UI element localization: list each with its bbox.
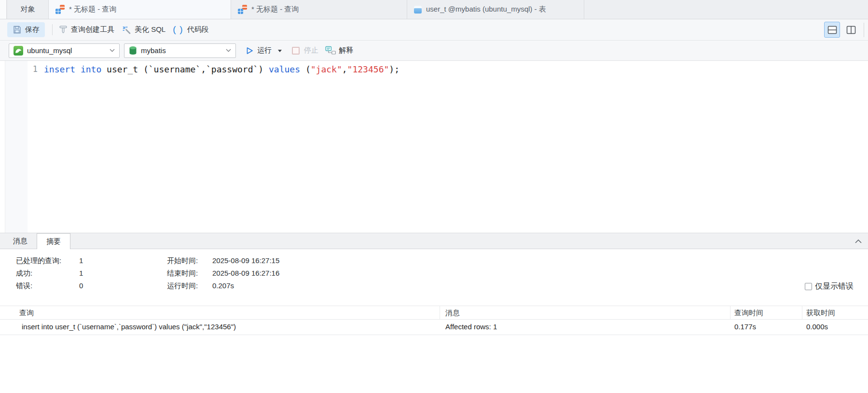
sql-text: ( [300,64,311,74]
show-errors-only-checkbox[interactable] [805,283,812,290]
table-tab-icon [414,6,422,14]
tab-user-t-table[interactable]: user_t @mybatis (ubuntu_mysql) - 表 [407,0,584,19]
navicat-query-window: 对象 * 无标题 - 查询 * 无标题 - 查询 user_t @mybatis… [0,0,868,393]
result-row-fetch-time[interactable]: 0.000s [806,323,864,331]
run-time-label: 运行时间: [167,280,212,292]
query-tab-icon [238,5,247,14]
sql-string: "jack" [311,64,342,74]
connection-select[interactable]: ubuntu_mysql [9,43,120,58]
column-header-query-time: 查询时间 [734,309,797,318]
query-icon-blue-part [238,9,243,14]
tab-summary[interactable]: 摘要 [37,233,70,249]
results-tabbar: 消息 摘要 [0,233,868,249]
tab-messages[interactable]: 消息 [4,233,37,249]
success-value: 1 [79,267,83,280]
sql-keyword: into [81,64,101,74]
code-snippet-button[interactable]: ( ) 代码段 [173,25,208,34]
explain-plan-icon [325,46,336,55]
sql-keyword: values [269,64,300,74]
line-number: 1 [0,64,38,74]
toolbar-edge-separator [864,23,864,37]
connection-toolbar: ubuntu_mysql mybatis 运行 停止 [0,41,868,61]
stop-button: 停止 [292,46,318,55]
document-tabbar: 对象 * 无标题 - 查询 * 无标题 - 查询 user_t @mybatis… [0,0,868,19]
tab-untitled-query-2-label: * 无标题 - 查询 [251,5,299,14]
grid-border [0,306,868,306]
chevron-down-icon [110,49,115,52]
floppy-disk-icon [13,25,22,34]
play-icon [245,46,254,55]
split-vertical-button[interactable] [843,22,859,38]
code-snippet-label: 代码段 [187,25,209,34]
chevron-down-icon [226,49,231,52]
grid-column-separator [730,306,730,319]
tab-untitled-query-1[interactable]: * 无标题 - 查询 [49,0,231,19]
stop-icon [292,47,300,55]
result-row-query[interactable]: insert into user_t (`username`,`password… [22,323,434,331]
explain-button[interactable]: 解释 [325,46,353,55]
tab-user-t-table-label: user_t @mybatis (ubuntu_mysql) - 表 [426,5,546,14]
result-row-message[interactable]: Affected rows: 1 [445,323,725,331]
tab-messages-label: 消息 [13,237,28,246]
parentheses-icon: ( ) [173,25,183,34]
queries-processed-label: 已处理的查询: [16,254,79,267]
stop-label: 停止 [304,46,318,55]
run-time-value: 0.207s [212,280,234,292]
chevron-up-icon [855,239,862,243]
success-label: 成功: [16,267,79,280]
collapse-panel-button[interactable] [854,237,863,246]
beautify-sql-button[interactable]: 美化 SQL [122,25,165,35]
show-errors-only-option: 仅显示错误 [805,281,854,292]
query-builder-label: 查询创建工具 [71,25,114,34]
magic-wand-icon [122,25,131,35]
tab-objects[interactable]: 对象 [7,0,49,19]
sql-editor[interactable]: 1 insert into user_t (`username`,`passwo… [0,61,868,233]
sql-code-line[interactable]: insert into user_t (`username`,`password… [44,64,400,75]
explain-label: 解释 [339,46,353,55]
sql-text: , [342,64,347,74]
main-toolbar: 保存 查询创建工具 美化 SQL ( [0,19,868,41]
database-select[interactable]: mybatis [124,43,236,58]
toolbar-separator [52,24,53,35]
database-name: mybatis [141,46,166,55]
errors-label: 错误: [16,280,79,292]
end-time-label: 结束时间: [167,267,212,280]
database-icon [129,46,137,55]
errors-value: 0 [79,280,83,292]
tab-objects-label: 对象 [21,5,35,14]
summary-panel: 已处理的查询: 1 成功: 1 错误: 0 开始时间: 2025-08-09 1… [0,249,868,393]
summary-row: 运行时间: 0.207s [167,280,279,292]
sql-text [75,64,81,74]
split-horizontal-icon [827,26,837,34]
query-tab-icon [55,5,65,14]
beautify-sql-label: 美化 SQL [135,25,165,34]
sql-text: ); [389,64,400,74]
tab-untitled-query-1-label: * 无标题 - 查询 [69,5,116,14]
split-horizontal-button[interactable] [824,22,840,38]
tab-untitled-query-2[interactable]: * 无标题 - 查询 [231,0,407,19]
grid-border [0,319,868,320]
query-builder-button[interactable]: 查询创建工具 [59,25,114,34]
run-dropdown-caret[interactable] [278,50,282,52]
run-button[interactable]: 运行 [245,46,282,55]
result-row-query-time[interactable]: 0.177s [734,323,797,331]
sql-keyword: insert [44,64,75,74]
save-button-label: 保存 [25,25,40,34]
grid-column-separator [440,306,440,319]
column-header-message: 消息 [445,309,725,318]
start-time-value: 2025-08-09 16:27:15 [212,254,279,267]
start-time-label: 开始时间: [167,254,212,267]
summary-row: 结束时间: 2025-08-09 16:27:16 [167,267,279,280]
sql-text: user_t (`username`,`password`) [101,64,269,74]
summary-row: 开始时间: 2025-08-09 16:27:15 [167,254,279,267]
save-button[interactable]: 保存 [7,22,45,37]
sql-string: "123456" [347,64,389,74]
mysql-connection-icon [14,46,23,56]
summary-times: 开始时间: 2025-08-09 16:27:15 结束时间: 2025-08-… [167,254,279,292]
tab-summary-label: 摘要 [46,237,61,246]
query-icon-blue-part [55,9,61,14]
queries-processed-value: 1 [79,254,83,267]
column-header-fetch-time: 获取时间 [806,309,864,318]
summary-counts: 已处理的查询: 1 成功: 1 错误: 0 [16,254,83,292]
query-builder-icon [59,25,68,34]
